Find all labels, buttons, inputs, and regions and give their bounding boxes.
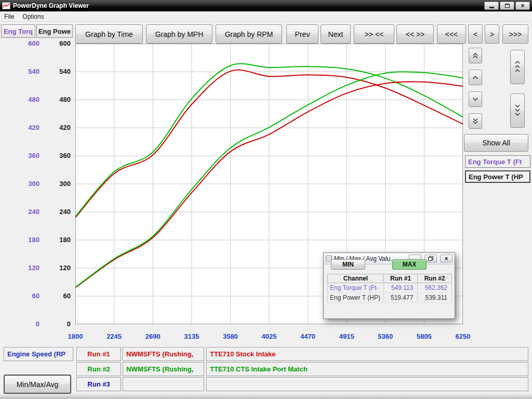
graph-by-time-button[interactable]: Graph by Time bbox=[75, 24, 143, 44]
column-header-run1: Run #1 bbox=[383, 274, 418, 283]
minmax-table: Channel Run #1 Run #2 Eng Torque T (Ft- … bbox=[327, 274, 452, 303]
zoom-in-button[interactable]: >> << bbox=[354, 24, 394, 44]
run1-label: Run #1 bbox=[87, 350, 110, 358]
run2-file-field[interactable]: NWMSFTS (Rushing, bbox=[123, 362, 204, 376]
y-axis-tick-label: 60 bbox=[50, 292, 71, 300]
run3-desc-field[interactable] bbox=[206, 377, 528, 391]
axis-scroll-down-button[interactable] bbox=[469, 91, 482, 107]
restore-icon bbox=[428, 256, 433, 261]
legend-label: Eng Torque T (Ft bbox=[468, 158, 522, 166]
triple-chevron-down-icon bbox=[514, 104, 521, 117]
chevron-down-icon bbox=[472, 97, 478, 101]
run3-label: Run #3 bbox=[87, 380, 110, 388]
x-channel-field[interactable]: Engine Speed (RP bbox=[4, 347, 73, 361]
minimize-icon bbox=[489, 7, 494, 8]
run2-label: Run #2 bbox=[87, 365, 110, 373]
tab-eng-torque-axis[interactable]: Eng Torq bbox=[1, 24, 35, 38]
tab-label: Eng Torq bbox=[4, 28, 33, 35]
double-chevron-up-icon bbox=[472, 52, 478, 59]
minmax-close-button[interactable]: × bbox=[440, 255, 453, 262]
legend-eng-power[interactable]: Eng Power T (HP bbox=[465, 170, 530, 183]
axis-page-up-button[interactable] bbox=[510, 50, 525, 84]
x-axis-tick-label: 6250 bbox=[447, 332, 478, 340]
y-axis-tick-label: 180 bbox=[19, 236, 39, 244]
pan-far-right-button[interactable]: >>> bbox=[502, 24, 528, 44]
run1-file: NWMSFTS (Rushing, bbox=[126, 350, 193, 358]
cell-run1-value: 519.477 bbox=[383, 293, 418, 303]
x-axis-tick-label: 5360 bbox=[370, 332, 401, 340]
cell-channel: Eng Power T (HP) bbox=[328, 293, 384, 303]
y-axis-tick-label: 480 bbox=[19, 96, 39, 104]
axis-scroll-up-button[interactable] bbox=[469, 70, 482, 85]
table-row: Eng Torque T (Ft- 549.113 562.362 bbox=[328, 283, 452, 293]
y-axis-tick-label: 300 bbox=[19, 180, 39, 188]
x-axis-tick-label: 1800 bbox=[60, 332, 91, 340]
max-toggle-button[interactable]: MAX bbox=[392, 259, 427, 270]
x-axis-tick-label: 2245 bbox=[99, 332, 130, 340]
pan-right-button[interactable]: > bbox=[485, 24, 499, 44]
minmaxavg-button[interactable]: Min/Max/Avg bbox=[4, 375, 71, 394]
window-title: PowerDyne Graph Viewer bbox=[13, 2, 483, 9]
maximize-button[interactable] bbox=[500, 2, 514, 10]
run3-file-field[interactable] bbox=[123, 377, 204, 391]
axis-scroll-double-down-button[interactable] bbox=[469, 113, 482, 129]
x-channel-label: Engine Speed (RP bbox=[7, 350, 65, 358]
run2-desc: TTE710 CTS Intake Port Match bbox=[210, 365, 308, 373]
column-header-channel: Channel bbox=[328, 274, 384, 283]
y-axis-tick-label: 300 bbox=[50, 180, 71, 188]
legend-label: Eng Power T (HP bbox=[469, 173, 523, 181]
x-axis-tick-label: 3580 bbox=[215, 332, 246, 340]
run2-desc-field[interactable]: TTE710 CTS Intake Port Match bbox=[206, 362, 528, 376]
double-chevron-down-icon bbox=[472, 118, 478, 124]
tab-eng-power-axis[interactable]: Eng Powe bbox=[36, 24, 73, 38]
menu-options[interactable]: Options bbox=[18, 12, 48, 21]
y-axis-tick-label: 0 bbox=[50, 320, 71, 328]
run1-desc: TTE710 Stock Intake bbox=[210, 350, 275, 358]
axis-scroll-double-up-button[interactable] bbox=[469, 48, 482, 63]
cell-run1-value: 549.113 bbox=[383, 283, 418, 293]
maximize-icon bbox=[505, 4, 510, 8]
graph-by-rpm-button[interactable]: Graph by RPM bbox=[216, 24, 282, 44]
pan-left-button[interactable]: < bbox=[468, 24, 483, 44]
axis-page-down-button[interactable] bbox=[510, 94, 525, 128]
window-bottom-border bbox=[0, 394, 532, 399]
show-all-button[interactable]: Show All bbox=[464, 134, 528, 152]
run2-file: NWMSFTS (Rushing, bbox=[126, 365, 193, 373]
run3-label-field[interactable]: Run #3 bbox=[76, 377, 121, 391]
y-axis-tick-label: 420 bbox=[50, 124, 71, 132]
close-button[interactable]: × bbox=[515, 2, 530, 10]
run2-label-field[interactable]: Run #2 bbox=[76, 362, 121, 376]
run1-file-field[interactable]: NWMSFTS (Rushing, bbox=[123, 347, 204, 361]
y-axis-tick-label: 60 bbox=[19, 292, 39, 300]
x-axis-tick-label: 4025 bbox=[254, 332, 285, 340]
run1-desc-field[interactable]: TTE710 Stock Intake bbox=[206, 347, 528, 361]
next-button[interactable]: Next bbox=[321, 24, 351, 44]
y-axis-tick-label: 240 bbox=[19, 208, 39, 216]
title-bar[interactable]: PowerDyne Graph Viewer × bbox=[0, 0, 532, 11]
minmax-window[interactable]: Min / Max / Avg Valu... × MIN MAX Channe… bbox=[323, 252, 455, 319]
zoom-out-button[interactable]: << >> bbox=[396, 24, 434, 44]
legend-eng-torque[interactable]: Eng Torque T (Ft bbox=[465, 155, 530, 168]
x-axis-tick-label: 4470 bbox=[292, 332, 324, 340]
y-axis-tick-label: 600 bbox=[19, 39, 39, 48]
graph-by-mph-button[interactable]: Graph by MPH bbox=[146, 24, 212, 44]
run1-label-field[interactable]: Run #1 bbox=[76, 347, 121, 361]
x-axis-tick-label: 2690 bbox=[137, 332, 168, 340]
y-axis-tick-label: 480 bbox=[50, 96, 71, 104]
y-axis-tick-label: 420 bbox=[19, 124, 39, 132]
min-toggle-button[interactable]: MIN bbox=[331, 259, 365, 270]
y-axis-tick-label: 360 bbox=[19, 152, 39, 160]
close-icon: × bbox=[444, 256, 448, 262]
minimize-button[interactable] bbox=[484, 2, 499, 10]
y-axis-tick-label: 360 bbox=[50, 152, 71, 160]
x-axis-tick-label: 3135 bbox=[176, 332, 207, 340]
prev-button[interactable]: Prev bbox=[286, 24, 318, 44]
column-header-run2: Run #2 bbox=[418, 274, 452, 283]
y-axis-tick-label: 540 bbox=[19, 68, 39, 76]
app-icon bbox=[2, 2, 10, 9]
y-axis-tick-label: 240 bbox=[50, 208, 71, 216]
cell-channel: Eng Torque T (Ft- bbox=[328, 283, 384, 293]
menu-file[interactable]: File bbox=[0, 12, 18, 21]
y-axis-tick-label: 600 bbox=[50, 39, 71, 48]
pan-far-left-button[interactable]: <<< bbox=[437, 24, 466, 44]
